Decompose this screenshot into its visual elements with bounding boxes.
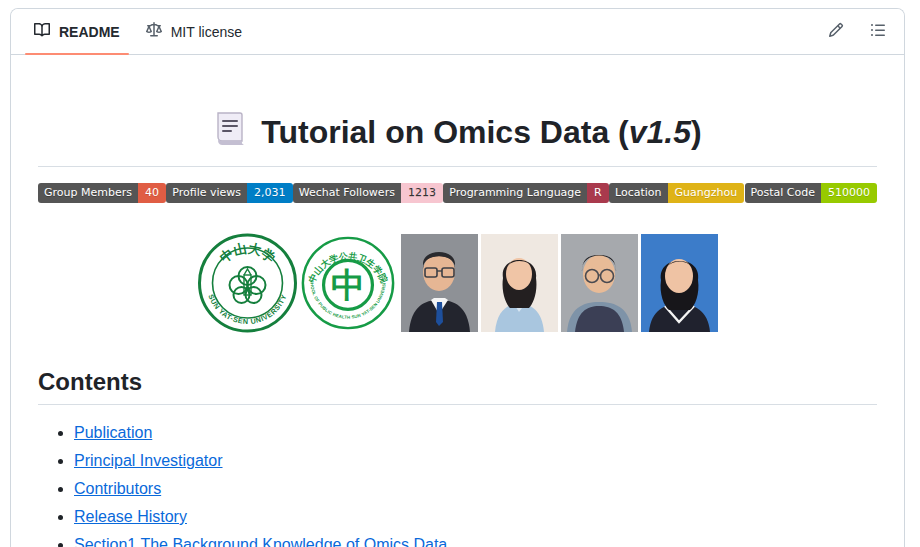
badge-label: Location — [609, 183, 668, 203]
link-publication[interactable]: Publication — [74, 424, 152, 441]
badge-profile-views: Profile views 2,031 — [166, 183, 292, 203]
badge-value: R — [587, 183, 609, 203]
badge-label: Wechat Followers — [293, 183, 401, 203]
badge-value: 1213 — [401, 183, 443, 203]
pencil-icon — [828, 22, 844, 42]
sun-yat-sen-university-seal: 中山大学 SUN YAT-SEN UNIVERSITY — [197, 233, 298, 333]
seal2-glyph: 中 — [331, 266, 365, 304]
link-principal-investigator[interactable]: Principal Investigator — [74, 452, 223, 469]
badge-value: 510000 — [821, 183, 877, 203]
tab-mit-license[interactable]: MIT license — [133, 9, 255, 54]
link-section1-background[interactable]: Section1 The Background Knowledge of Omi… — [74, 536, 447, 547]
badge-label: Programming Language — [443, 183, 587, 203]
link-release-history[interactable]: Release History — [74, 508, 187, 525]
badge-label: Group Members — [38, 183, 138, 203]
badge-postal-code: Postal Code 510000 — [745, 183, 877, 203]
file-tabbar: README MIT license — [11, 9, 904, 55]
page-title-version: v1.5 — [629, 114, 691, 150]
tab-mit-license-label: MIT license — [171, 24, 242, 40]
school-of-public-health-seal: 中山大学公共卫生学院 SCHOOL OF PUBLIC HEALTH SUN Y… — [301, 235, 395, 331]
law-icon — [146, 22, 162, 41]
badge-label: Postal Code — [745, 183, 821, 203]
link-contributors[interactable]: Contributors — [74, 480, 161, 497]
readme-content: Tutorial on Omics Data (v1.5) Group Memb… — [11, 55, 904, 547]
list-item: Publication — [74, 419, 877, 447]
portrait-photo-4 — [641, 234, 718, 332]
badge-row: Group Members 40 Profile views 2,031 Wec… — [38, 183, 877, 203]
tab-readme[interactable]: README — [21, 9, 133, 54]
badge-value: Guangzhou — [668, 183, 745, 203]
edit-readme-button[interactable] — [820, 16, 852, 48]
contents-heading: Contents — [38, 367, 877, 405]
readme-toolbar — [820, 9, 894, 54]
badge-wechat-followers: Wechat Followers 1213 — [293, 183, 443, 203]
badge-label: Profile views — [166, 183, 247, 203]
tab-readme-label: README — [59, 24, 120, 40]
portrait-photo-3 — [561, 234, 638, 332]
portrait-photo-1 — [401, 234, 478, 332]
contents-list: Publication Principal Investigator Contr… — [38, 419, 877, 547]
badge-group-members: Group Members 40 — [38, 183, 166, 203]
receipt-icon — [213, 112, 247, 158]
page-title-text: Tutorial on Omics Data ( — [261, 114, 628, 150]
image-gallery: 中山大学 SUN YAT-SEN UNIVERSITY — [38, 233, 877, 333]
readme-panel: README MIT license — [10, 8, 905, 547]
page-title-suffix: ) — [691, 114, 702, 150]
list-item: Contributors — [74, 475, 877, 503]
list-item: Release History — [74, 503, 877, 531]
badge-value: 40 — [138, 183, 166, 203]
badge-location: Location Guangzhou — [609, 183, 744, 203]
list-unordered-icon — [870, 22, 886, 42]
book-icon — [34, 22, 50, 41]
badge-value: 2,031 — [247, 183, 293, 203]
outline-button[interactable] — [862, 16, 894, 48]
list-item: Principal Investigator — [74, 447, 877, 475]
list-item: Section1 The Background Knowledge of Omi… — [74, 531, 877, 547]
badge-programming-language: Programming Language R — [443, 183, 609, 203]
portrait-photo-2 — [481, 234, 558, 332]
page-title: Tutorial on Omics Data (v1.5) — [38, 111, 877, 167]
